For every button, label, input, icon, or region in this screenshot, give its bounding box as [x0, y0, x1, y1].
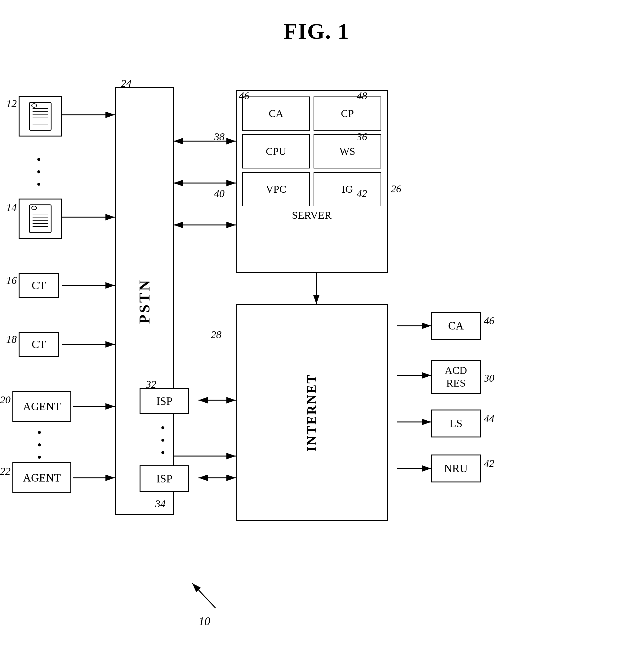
- ig-cell: IG: [314, 172, 381, 206]
- isp1-text: ISP: [156, 394, 172, 408]
- vpc-label: 40: [214, 188, 224, 199]
- ls-label: 44: [484, 413, 494, 425]
- vpc-text: VPC: [266, 183, 286, 195]
- ca-top-cell: CA: [242, 96, 310, 130]
- ls-text: LS: [449, 417, 462, 430]
- svg-rect-26: [29, 102, 51, 130]
- phone1: [19, 96, 62, 137]
- cpu-cell: CPU: [242, 134, 310, 168]
- ct2-label: 18: [6, 334, 17, 345]
- agent1-label: 20: [0, 394, 10, 406]
- isp1-label: 32: [146, 379, 156, 390]
- pstn-text: PSTN: [136, 278, 153, 324]
- ws-text: WS: [340, 145, 356, 157]
- pstn-label: 24: [121, 77, 131, 89]
- agents-dots: •••: [37, 427, 42, 464]
- agent2-text: AGENT: [23, 471, 61, 484]
- phone1-icon: [25, 101, 56, 132]
- svg-point-34: [32, 104, 36, 107]
- ls-box: LS: [431, 410, 481, 437]
- phone2-label: 14: [6, 202, 17, 213]
- ig-text: IG: [342, 183, 353, 195]
- isp2-box: ISP: [140, 465, 189, 492]
- ca-right-box: CA: [431, 312, 481, 340]
- ca-right-label: 46: [484, 315, 494, 327]
- isp2-text: ISP: [156, 472, 172, 485]
- acd-label: 30: [484, 372, 494, 384]
- server-box: CA CP CPU WS VPC IG SERVER: [236, 90, 388, 273]
- cp-text: CP: [341, 107, 354, 119]
- ct1-label: 16: [6, 274, 17, 286]
- ca-top-label: 46: [239, 90, 249, 102]
- cp-cell: CP: [314, 96, 381, 130]
- ca-top-text: CA: [269, 107, 283, 119]
- internet-text: INTERNET: [304, 374, 319, 451]
- cpu-label: 38: [214, 131, 224, 143]
- ct2-box: CT: [19, 332, 59, 357]
- nru-text: NRU: [444, 462, 468, 475]
- agent1-box: AGENT: [13, 391, 71, 422]
- isp2-label: 34: [155, 498, 166, 510]
- agent2-box: AGENT: [13, 462, 71, 493]
- acd-text: ACD RES: [445, 364, 467, 390]
- agent2-label: 22: [0, 465, 10, 477]
- svg-line-25: [192, 583, 216, 608]
- server-label-text: SERVER: [237, 208, 387, 221]
- internet-box: INTERNET: [236, 304, 388, 521]
- ct1-text: CT: [32, 279, 46, 292]
- phone2: [19, 198, 62, 239]
- ca-right-text: CA: [448, 319, 464, 332]
- cpu-text: CPU: [266, 145, 286, 157]
- nru-label: 42: [484, 458, 494, 470]
- ig-label: 42: [357, 188, 367, 199]
- svg-point-42: [32, 206, 36, 210]
- phone2-icon: [25, 203, 56, 234]
- acd-box: ACD RES: [431, 360, 481, 394]
- agent1-text: AGENT: [23, 400, 61, 413]
- ws-cell: WS: [314, 134, 381, 168]
- isps-dots: •••: [161, 422, 165, 459]
- isp1-box: ISP: [140, 388, 189, 414]
- ct2-text: CT: [32, 338, 46, 351]
- internet-label: 28: [211, 329, 221, 341]
- phone1-label: 12: [6, 98, 17, 110]
- phones-dots: •••: [36, 153, 41, 191]
- svg-rect-35: [29, 205, 51, 233]
- cp-label: 48: [357, 90, 367, 102]
- page-title: FIG. 1: [0, 0, 633, 44]
- ws-label: 36: [357, 131, 367, 143]
- server-ref-label: 26: [391, 183, 401, 195]
- ct1-box: CT: [19, 273, 59, 298]
- vpc-cell: VPC: [242, 172, 310, 206]
- fig-ref: 10: [198, 614, 210, 628]
- nru-box: NRU: [431, 455, 481, 482]
